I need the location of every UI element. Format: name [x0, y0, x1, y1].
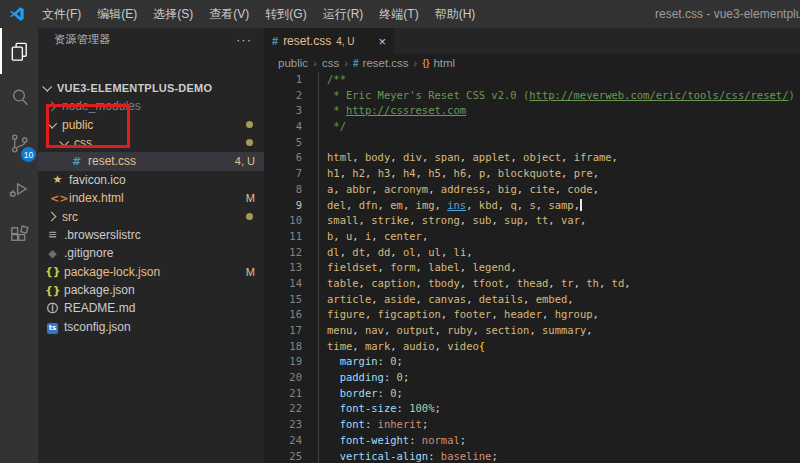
code-token: , [340, 167, 353, 179]
breadcrumb-item-reset.css[interactable]: #reset.css [353, 57, 409, 69]
code-line[interactable]: 13fieldset, form, label, legend, [264, 260, 800, 276]
code-token: , [441, 167, 454, 179]
breadcrumb-item-public[interactable]: public [278, 57, 308, 69]
code-token: 100% [409, 402, 434, 414]
code-line[interactable]: 22 font-size: 100%; [264, 401, 800, 417]
tree-item-label: package.json [64, 283, 135, 297]
code-token: font-weight [340, 434, 410, 446]
code-token: header [504, 308, 542, 320]
code-line[interactable]: 21 border: 0; [264, 386, 800, 402]
code-line[interactable]: 1/** [264, 72, 800, 88]
code-token: , [466, 293, 479, 305]
code-token [327, 450, 340, 462]
code-line[interactable]: 24 font-weight: normal; [264, 433, 800, 449]
code-line[interactable]: 23 font: inherit; [264, 417, 800, 433]
code-line[interactable]: 11b, u, i, center, [264, 229, 800, 245]
code-token: , [485, 167, 498, 179]
tree-item-src[interactable]: src [38, 207, 264, 225]
tsconfig-file-icon: ts [47, 323, 58, 334]
code-line[interactable]: 9del, dfn, em, img, ins, kbd, q, s, samp… [264, 198, 800, 214]
tree-item-node-modules[interactable]: node_modules [38, 97, 264, 115]
breadcrumb-item-html[interactable]: {}html [422, 57, 455, 69]
code-token: ; [403, 371, 409, 383]
tree-item-css[interactable]: css [38, 134, 264, 152]
code-token: small [327, 214, 359, 226]
tree-item-label: favicon.ico [69, 173, 126, 187]
code-token: , [352, 340, 365, 352]
code-token: , [441, 246, 454, 258]
run-debug-icon[interactable] [0, 166, 38, 212]
line-number: 17 [264, 323, 318, 339]
tree-item--browserslistrc[interactable]: ≡.browserslistrc [38, 226, 264, 244]
code-token: sub [472, 214, 491, 226]
code-line[interactable]: 14table, caption, tbody, tfoot, thead, t… [264, 276, 800, 292]
breadcrumb-label: reset.css [363, 57, 409, 69]
code-token: , [561, 167, 574, 179]
code-token: , [529, 324, 542, 336]
extensions-icon[interactable] [0, 212, 38, 258]
search-icon[interactable] [0, 74, 38, 120]
breadcrumb-label: css [322, 57, 339, 69]
code-line[interactable]: 18time, mark, audio, video{ [264, 339, 800, 355]
breadcrumb-item-css[interactable]: css [322, 57, 339, 69]
code-line[interactable]: 19 margin: 0; [264, 354, 800, 370]
code-token: : [397, 402, 410, 414]
tree-item-vue3-elementplus-demo[interactable]: VUE3-ELEMENTPLUS-DEMO [38, 78, 264, 97]
tree-item-public[interactable]: public [38, 115, 264, 133]
code-token: em [390, 199, 403, 211]
code-line[interactable]: 3 * http://cssreset.com [264, 103, 800, 119]
tree-item-index-html[interactable]: <>index.htmlM [38, 189, 264, 207]
tree-item-reset-css[interactable]: #reset.css4, U [38, 152, 264, 170]
code-token: , [491, 308, 504, 320]
tree-item-package-lock-json[interactable]: {}package-lock.jsonM [38, 263, 264, 281]
explorer-icon[interactable] [0, 28, 38, 74]
menu-item[interactable]: 运行(R) [315, 7, 372, 21]
code-line[interactable]: 7h1, h2, h3, h4, h5, h6, p, blockquote, … [264, 166, 800, 182]
code-line[interactable]: 17menu, nav, output, ruby, section, summ… [264, 323, 800, 339]
code-line-text: /** [318, 72, 346, 88]
line-number: 8 [264, 182, 318, 198]
tree-item-favicon-ico[interactable]: ★favicon.ico [38, 171, 264, 189]
code-line[interactable]: 25 vertical-align: baseline; [264, 449, 800, 463]
code-token: ol [403, 246, 416, 258]
code-token: , [352, 324, 365, 336]
menu-item[interactable]: 终端(T) [371, 7, 426, 21]
code-line[interactable]: 2 * Eric Meyer's Reset CSS v2.0 (http://… [264, 88, 800, 104]
code-line[interactable]: 15article, aside, canvas, details, embed… [264, 292, 800, 308]
code-line[interactable]: 8a, abbr, acronym, address, big, cite, c… [264, 182, 800, 198]
menu-item[interactable]: 文件(F) [34, 7, 89, 21]
css-symbol-icon: {} [422, 58, 429, 68]
code-editor[interactable]: 1/**2 * Eric Meyer's Reset CSS v2.0 (htt… [264, 72, 800, 463]
code-line[interactable]: 4 */ [264, 119, 800, 135]
git-status-badge: M [246, 192, 264, 204]
menu-item[interactable]: 编辑(E) [89, 7, 145, 21]
menu-item[interactable]: 选择(S) [145, 7, 201, 21]
code-line[interactable]: 20 padding: 0; [264, 370, 800, 386]
line-number: 14 [264, 276, 318, 292]
more-actions-icon[interactable]: ··· [236, 32, 252, 47]
source-control-icon[interactable]: 10 [0, 120, 38, 166]
code-line-text: small, strike, strong, sub, sup, tt, var… [318, 213, 586, 229]
code-token: , [586, 324, 592, 336]
tab-reset-css[interactable]: # reset.css 4, U × [264, 28, 394, 54]
menu-item[interactable]: 帮助(H) [427, 7, 484, 21]
code-line-text: time, mark, audio, video{ [318, 339, 485, 355]
code-line[interactable]: 10small, strike, strong, sub, sup, tt, v… [264, 213, 800, 229]
tree-item--gitignore[interactable]: ◆.gitignore [38, 244, 264, 262]
code-token: , [409, 214, 422, 226]
code-line[interactable]: 16figure, figcaption, footer, header, hg… [264, 307, 800, 323]
code-line[interactable]: 6html, body, div, span, applet, object, … [264, 150, 800, 166]
menu-item[interactable]: 查看(V) [201, 7, 257, 21]
code-token: , [548, 214, 561, 226]
tree-item-package-json[interactable]: {}package.json [38, 281, 264, 299]
code-line[interactable]: 12dl, dt, dd, ol, ul, li, [264, 245, 800, 261]
code-token: http://meyerweb.com/eric/tools/css/reset… [529, 89, 788, 101]
code-token: , [365, 246, 378, 258]
tree-item-readme-md[interactable]: ⓘREADME.md [38, 299, 264, 317]
code-line[interactable]: 5 [264, 135, 800, 151]
code-token: , [346, 199, 359, 211]
code-token: kbd [479, 199, 498, 211]
menu-item[interactable]: 转到(G) [257, 7, 314, 21]
tree-item-tsconfig-json[interactable]: tstsconfig.json [38, 318, 264, 336]
close-icon[interactable]: × [378, 35, 386, 48]
